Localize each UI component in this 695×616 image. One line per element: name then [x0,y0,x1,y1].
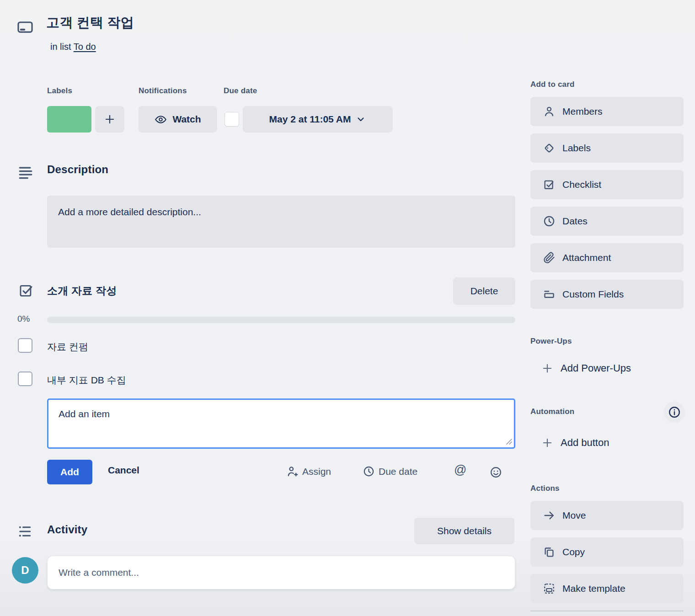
power-ups-header: Power-Ups [530,337,572,346]
sidebar-members-button[interactable]: Members [530,97,684,126]
make-template-label: Make template [562,583,626,594]
comment-input[interactable] [47,556,515,589]
copy-icon [543,546,556,558]
checklist-progress-percent: 0% [17,314,30,324]
member-icon [543,105,556,118]
sidebar-labels-button[interactable]: Labels [530,133,684,163]
plus-icon [541,362,553,374]
assign-person-icon [286,465,299,478]
due-date-button[interactable]: May 2 at 11:05 AM [243,106,393,133]
description-icon [17,165,34,180]
label-tag-icon [543,142,556,154]
sidebar-custom-fields-label: Custom Fields [562,289,624,300]
add-item-button[interactable]: Add [47,460,92,484]
activity-icon [17,524,33,539]
template-icon [543,582,556,595]
activity-heading: Activity [47,523,87,536]
sidebar-dates-button[interactable]: Dates [530,207,684,236]
emoji-button[interactable] [489,466,503,480]
checklist-item-label[interactable]: 자료 컨펌 [47,340,88,353]
add-power-ups-button[interactable]: Add Power-Ups [530,354,684,383]
mention-button[interactable]: @ [454,463,466,477]
notifications-header: Notifications [139,86,187,96]
sidebar-checklist-button[interactable]: Checklist [530,170,684,199]
sidebar-divider [530,611,684,611]
card-list-subtitle: in list To do [50,42,96,52]
assign-label: Assign [302,466,331,477]
assign-button[interactable]: Assign [286,465,331,478]
plus-icon [104,113,116,125]
plus-icon [541,437,553,449]
sidebar-attachment-button[interactable]: Attachment [530,243,684,272]
custom-fields-icon [543,288,556,301]
clock-icon [543,215,556,228]
sidebar-members-label: Members [562,106,603,117]
move-button[interactable]: Move [530,501,684,530]
add-label-button[interactable] [95,106,124,133]
checklist-item-checkbox[interactable] [18,338,32,353]
automation-add-label: Add button [561,437,609,449]
checklist-item-label[interactable]: 내부 지표 DB 수집 [47,374,126,387]
due-date-header: Due date [224,86,257,96]
add-item-textarea[interactable] [47,398,515,449]
sidebar-custom-fields-button[interactable]: Custom Fields [530,280,684,309]
move-label: Move [562,510,586,521]
info-icon [668,405,681,419]
make-template-button[interactable]: Make template [530,574,684,603]
card-title: 고객 컨택 작업 [46,14,134,32]
automation-header: Automation [530,407,574,416]
arrow-right-icon [543,509,556,522]
add-to-card-header: Add to card [530,80,575,89]
show-details-button[interactable]: Show details [414,518,514,544]
paperclip-icon [543,251,556,264]
sidebar-labels-label: Labels [562,143,591,154]
card-icon [16,18,34,36]
checklist-icon [543,178,556,191]
chevron-down-icon [355,114,366,125]
cancel-button[interactable]: Cancel [108,465,139,476]
sidebar-checklist-label: Checklist [562,179,601,190]
green-label-chip[interactable] [47,106,91,133]
automation-add-button[interactable]: Add button [530,428,684,457]
description-placeholder-text: Add a more detailed description... [58,207,201,217]
due-date-checkbox[interactable] [225,112,239,127]
actions-header: Actions [530,484,560,493]
eye-icon [155,113,167,126]
delete-checklist-button[interactable]: Delete [453,277,515,305]
checklist-item-checkbox[interactable] [18,372,32,386]
copy-label: Copy [562,547,585,558]
clock-icon [363,465,375,478]
copy-button[interactable]: Copy [530,537,684,567]
list-link[interactable]: To do [74,42,96,52]
automation-info-button[interactable] [664,402,685,423]
checklist-heading: 소개 자료 작성 [47,284,117,298]
due-date-value: May 2 at 11:05 AM [269,114,351,125]
description-placeholder-box[interactable]: Add a more detailed description... [47,196,515,248]
item-due-date-button[interactable]: Due date [363,465,417,478]
item-due-date-label: Due date [379,466,417,477]
card-detail-modal: 고객 컨택 작업 in list To do Labels Notificati… [0,0,695,616]
user-avatar[interactable]: D [12,557,38,584]
sidebar-dates-label: Dates [562,216,588,227]
watch-button[interactable]: Watch [139,106,217,133]
in-list-prefix: in list [50,42,74,52]
smiley-icon [489,466,503,479]
add-power-ups-label: Add Power-Ups [561,362,631,374]
labels-header: Labels [47,86,72,96]
description-heading: Description [47,163,108,176]
checklist-section-icon [18,283,34,298]
sidebar-attachment-label: Attachment [562,252,611,263]
watch-label: Watch [172,114,201,125]
checklist-progress-bar [47,317,515,323]
